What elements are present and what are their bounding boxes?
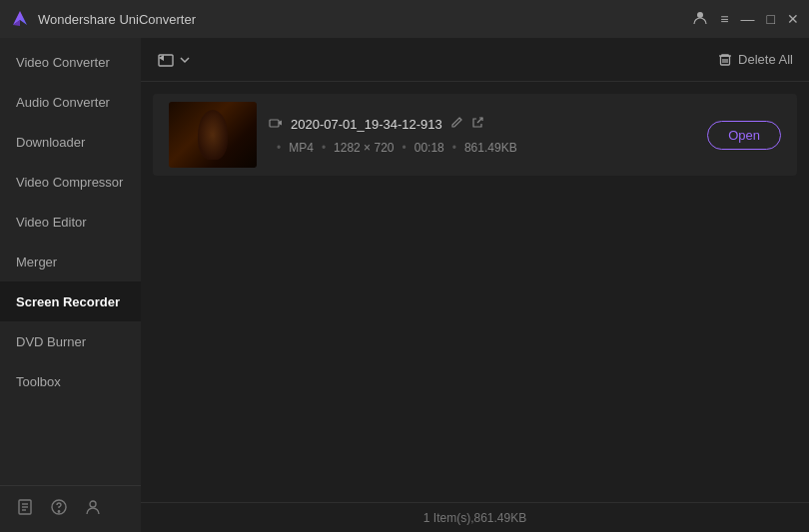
sidebar-item-video-compressor[interactable]: Video Compressor [0,162,141,202]
thumbnail-preview [169,102,257,168]
meta-dot-4: • [452,141,456,155]
file-resolution: 1282 × 720 [334,141,394,155]
edit-icon[interactable] [450,116,463,132]
sidebar-item-screen-recorder[interactable]: Screen Recorder [0,281,141,321]
sidebar-nav: Video Converter Audio Converter Download… [0,38,141,485]
sidebar-label-screen-recorder: Screen Recorder [16,294,120,309]
close-icon[interactable]: ✕ [787,11,799,27]
file-name: 2020-07-01_19-34-12-913 [291,117,442,132]
meta-dot-3: • [403,141,406,155]
file-size: 861.49KB [464,141,517,155]
delete-all-label: Delete All [738,52,793,67]
sidebar-label-toolbox: Toolbox [16,374,61,389]
sidebar-item-video-editor[interactable]: Video Editor [0,202,141,242]
content-area: Delete All [141,38,809,532]
svg-marker-11 [159,55,164,61]
sidebar-label-downloader: Downloader [16,135,85,150]
minimize-icon[interactable]: — [741,11,755,27]
maximize-icon[interactable]: □ [767,11,775,27]
add-file-button[interactable] [157,51,191,69]
svg-rect-16 [270,120,279,127]
sidebar-label-video-editor: Video Editor [16,215,87,230]
sidebar-label-audio-converter: Audio Converter [16,95,110,110]
sidebar-item-merger[interactable]: Merger [0,242,141,281]
menu-icon[interactable]: ≡ [720,11,728,27]
meta-dot-2: • [322,141,326,155]
book-icon[interactable] [16,498,34,520]
open-location-icon[interactable] [471,116,484,132]
sidebar-footer [0,485,141,532]
sidebar-item-dvd-burner[interactable]: DVD Burner [0,321,141,361]
svg-point-9 [90,501,96,507]
delete-all-button[interactable]: Delete All [718,52,793,67]
toolbar-left [157,51,191,69]
svg-point-2 [697,12,703,18]
main-layout: Video Converter Audio Converter Download… [0,38,809,532]
sidebar-item-audio-converter[interactable]: Audio Converter [0,82,141,122]
statusbar-text: 1 Item(s),861.49KB [423,511,526,525]
dropdown-chevron-icon [179,54,191,66]
file-info: 2020-07-01_19-34-12-913 [269,116,695,155]
file-thumbnail [169,102,257,168]
account-icon[interactable] [84,498,102,520]
open-button[interactable]: Open [707,121,781,150]
titlebar: Wondershare UniConverter ≡ — □ ✕ [0,0,809,38]
window-controls: ≡ — □ ✕ [692,10,799,29]
content-toolbar: Delete All [141,38,809,82]
app-logo [10,9,30,29]
thumbnail-figure [198,110,228,160]
app-title: Wondershare UniConverter [38,12,692,27]
sidebar-label-dvd-burner: DVD Burner [16,334,86,349]
trash-icon [718,53,732,67]
camera-icon [269,116,283,133]
file-name-row: 2020-07-01_19-34-12-913 [269,116,695,133]
sidebar-label-merger: Merger [16,255,57,269]
svg-point-8 [58,511,59,512]
sidebar-item-video-converter[interactable]: Video Converter [0,42,141,82]
file-action-icons [450,116,484,132]
meta-dot-1: • [277,141,281,155]
file-format: MP4 [289,141,314,155]
statusbar: 1 Item(s),861.49KB [141,502,809,532]
sidebar-item-downloader[interactable]: Downloader [0,122,141,162]
profile-icon[interactable] [692,10,708,29]
sidebar: Video Converter Audio Converter Download… [0,38,141,532]
help-icon[interactable] [50,498,68,520]
sidebar-item-toolbox[interactable]: Toolbox [0,361,141,401]
file-item: 2020-07-01_19-34-12-913 [153,94,797,176]
file-meta-row: • MP4 • 1282 × 720 • 00:18 • 861.49KB [269,141,695,155]
sidebar-label-video-converter: Video Converter [16,55,110,70]
sidebar-label-video-compressor: Video Compressor [16,175,123,190]
svg-line-18 [477,118,482,123]
file-list: 2020-07-01_19-34-12-913 [141,82,809,502]
svg-rect-10 [159,55,173,66]
file-duration: 00:18 [414,141,444,155]
